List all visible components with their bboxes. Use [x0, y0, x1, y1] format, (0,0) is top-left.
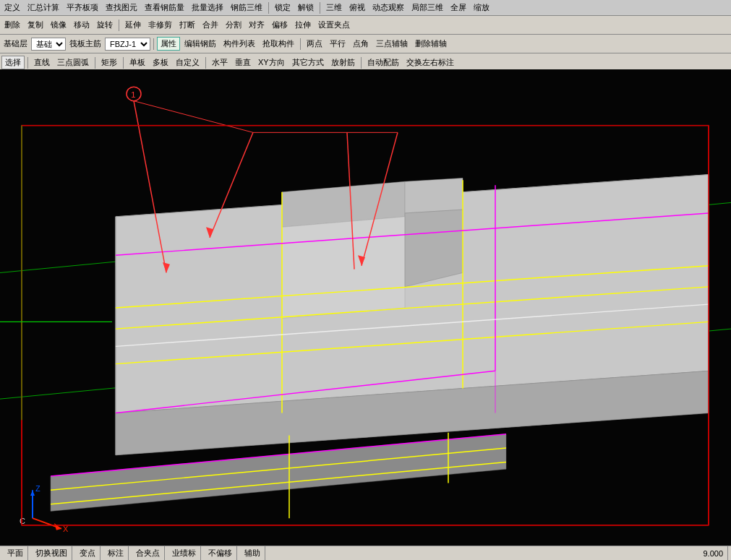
layer-select[interactable]: 基础	[31, 38, 66, 51]
menu-define[interactable]: 定义	[1, 1, 23, 14]
menu-dynamic-observe[interactable]: 动态观察	[369, 1, 407, 14]
layer-label: 基础层	[1, 38, 30, 49]
menu-view-rebar[interactable]: 查看钢筋量	[142, 1, 187, 14]
menu-align-slab[interactable]: 平齐板项	[64, 1, 101, 14]
status-business[interactable]: 业绩标	[168, 546, 201, 560]
scene-svg: 1 Z X C	[0, 69, 731, 546]
separator-1	[268, 2, 269, 14]
btn-xy-dir[interactable]: XY方向	[255, 56, 288, 69]
btn-edit-rebar[interactable]: 编辑钢筋	[181, 38, 219, 50]
btn-align[interactable]: 对齐	[246, 19, 268, 31]
toolbar-row-3: 基础层 基础 筏板主筋 FBZJ-1 属性 编辑钢筋 构件列表 抢取构件 两点 …	[0, 35, 731, 53]
btn-move[interactable]: 移动	[71, 19, 93, 31]
btn-grab-component[interactable]: 抢取构件	[260, 38, 297, 50]
menu-summary[interactable]: 汇总计算	[25, 1, 62, 14]
svg-text:C: C	[20, 517, 25, 525]
btn-line[interactable]: 直线	[31, 56, 53, 69]
btn-delete[interactable]: 删除	[1, 19, 23, 31]
btn-rect[interactable]: 矩形	[98, 56, 120, 69]
separator-4	[153, 38, 154, 50]
svg-marker-12	[405, 178, 463, 213]
btn-multi-board[interactable]: 多板	[150, 56, 171, 69]
menu-top-view[interactable]: 俯视	[346, 1, 368, 14]
svg-marker-11	[282, 217, 405, 319]
btn-3point-aux[interactable]: 三点辅轴	[373, 38, 411, 50]
menu-lock[interactable]: 锁定	[272, 1, 294, 14]
status-merge-grip[interactable]: 合夹点	[132, 546, 165, 560]
separator-10	[361, 57, 362, 69]
type-label: 筏板主筋	[67, 38, 103, 49]
menu-rebar-3d[interactable]: 钢筋三维	[228, 1, 265, 14]
menu-find-element[interactable]: 查找图元	[103, 1, 140, 14]
btn-horizontal[interactable]: 水平	[209, 56, 231, 69]
btn-mirror[interactable]: 镜像	[48, 19, 69, 31]
btn-delete-aux[interactable]: 删除辅轴	[412, 38, 450, 50]
status-bar: 平面 切换视图 变点 标注 合夹点 业绩标 不偏移 辅助 9.000	[0, 546, 731, 560]
status-plane[interactable]: 平面	[3, 546, 28, 560]
status-coord: 9.000	[698, 546, 728, 560]
btn-custom-define[interactable]: 自定义	[173, 56, 202, 69]
btn-vertical[interactable]: 垂直	[232, 56, 254, 69]
btn-stretch[interactable]: 拉伸	[292, 19, 314, 31]
btn-component-list[interactable]: 构件列表	[221, 38, 258, 50]
separator-5	[300, 38, 301, 50]
svg-text:1: 1	[131, 90, 136, 100]
main-viewport[interactable]: 1 Z X C	[0, 69, 731, 546]
btn-swap-annotation[interactable]: 交换左右标注	[403, 56, 457, 69]
btn-auto-config[interactable]: 自动配筋	[364, 56, 402, 69]
svg-text:Z: Z	[35, 484, 40, 493]
separator-8	[123, 57, 124, 69]
separator-6	[27, 57, 28, 69]
btn-parallel[interactable]: 平行	[327, 38, 349, 50]
btn-single-board[interactable]: 单板	[127, 56, 148, 69]
btn-copy[interactable]: 复制	[25, 19, 46, 31]
type-select[interactable]: FBZJ-1	[105, 38, 150, 51]
menu-local-3d[interactable]: 局部三维	[409, 1, 446, 14]
btn-two-point[interactable]: 两点	[304, 38, 325, 50]
separator-2	[320, 2, 320, 14]
toolbar-row-1: 定义 汇总计算 平齐板项 查找图元 查看钢筋量 批量选择 钢筋三维 锁定 解锁 …	[0, 0, 731, 16]
menu-fullscreen[interactable]: 全屏	[448, 1, 469, 14]
menu-zoom[interactable]: 缩放	[471, 1, 492, 14]
menu-unlock[interactable]: 解锁	[295, 1, 317, 14]
btn-set-grip[interactable]: 设置夹点	[315, 19, 353, 31]
status-no-offset[interactable]: 不偏移	[204, 546, 237, 560]
btn-point-angle[interactable]: 点角	[350, 38, 372, 50]
btn-other-method[interactable]: 其它方式	[289, 56, 327, 69]
btn-rotate[interactable]: 旋转	[94, 19, 116, 31]
btn-merge[interactable]: 合并	[200, 19, 221, 31]
btn-break[interactable]: 打断	[176, 19, 198, 31]
btn-offset[interactable]: 偏移	[269, 19, 291, 31]
status-change-point[interactable]: 变点	[75, 546, 101, 560]
btn-split[interactable]: 分割	[223, 19, 244, 31]
separator-7	[95, 57, 95, 69]
btn-properties[interactable]: 属性	[157, 37, 180, 51]
status-switch-view[interactable]: 切换视图	[31, 546, 72, 560]
separator-9	[205, 57, 206, 69]
separator-3	[119, 20, 119, 31]
toolbar-row-2: 删除 复制 镜像 移动 旋转 延伸 非修剪 打断 合并 分割 对齐 偏移 拉伸 …	[0, 16, 731, 35]
btn-select[interactable]: 选择	[1, 56, 25, 69]
status-annotation[interactable]: 标注	[103, 546, 129, 560]
menu-3d[interactable]: 三维	[323, 1, 345, 14]
btn-no-trim[interactable]: 非修剪	[145, 19, 175, 31]
menu-batch-select[interactable]: 批量选择	[189, 1, 226, 14]
btn-3point-arc[interactable]: 三点圆弧	[54, 56, 92, 69]
status-aux[interactable]: 辅助	[240, 546, 265, 560]
btn-radial-rebar[interactable]: 放射筋	[328, 56, 358, 69]
btn-extend[interactable]: 延伸	[122, 19, 144, 31]
